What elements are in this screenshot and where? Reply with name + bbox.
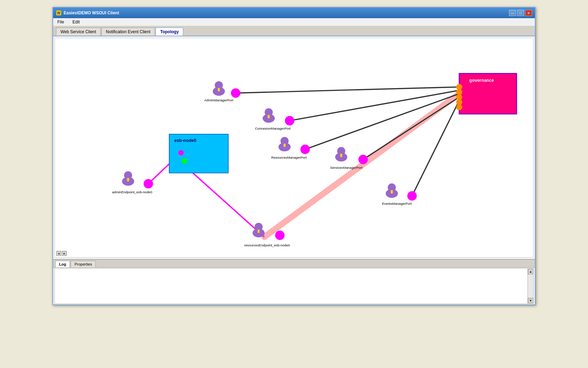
connexion-manager-port-label: ConnexionManagerPort — [255, 127, 291, 130]
resources-manager-port-dot — [300, 145, 310, 154]
governance-port-5 — [456, 104, 462, 110]
services-manager-port-group: ServicesManagerPort — [330, 147, 368, 170]
esb-node0-port-resources — [182, 158, 187, 164]
tab-log[interactable]: Log — [55, 261, 70, 267]
connexion-manager-port-group: ConnexionManagerPort — [255, 108, 294, 131]
topology-canvas[interactable]: governance esb-node0 — [55, 38, 533, 258]
svg-line-2 — [264, 94, 459, 237]
title-bar-left: W EasiestDEMO WSOUI Client — [56, 10, 119, 16]
menu-edit[interactable]: Edit — [71, 19, 81, 25]
title-bar: W EasiestDEMO WSOUI Client — □ ✕ — [53, 8, 535, 18]
maximize-button[interactable]: □ — [517, 10, 524, 16]
events-manager-port-group: EventsManagerPort — [382, 183, 417, 206]
bottom-tabs-bar: Log Properties — [53, 260, 535, 268]
title-bar-controls: — □ ✕ — [509, 10, 532, 16]
svg-rect-10 — [218, 88, 220, 92]
events-manager-port-dot — [407, 191, 417, 201]
scroll-right-button[interactable]: ► — [62, 251, 67, 256]
bottom-panel: Log Properties ▲ ▼ — [53, 259, 535, 304]
resources-manager-port-group: ResourcesManagerPort — [271, 137, 310, 160]
svg-rect-28 — [258, 230, 260, 233]
svg-line-3 — [236, 87, 459, 93]
resources-endpoint-dot — [275, 231, 285, 240]
esb-node0-port-admin — [178, 150, 184, 155]
menu-file[interactable]: File — [56, 19, 65, 25]
events-manager-port-label: EventsManagerPort — [382, 202, 412, 205]
scroll-down-button[interactable]: ▼ — [528, 298, 533, 303]
svg-rect-13 — [268, 115, 270, 118]
admin-manager-port-label: AdminManagerPort — [204, 98, 233, 102]
services-manager-port-dot — [358, 155, 368, 164]
svg-line-5 — [305, 94, 459, 149]
tab-web-service-client[interactable]: Web Service Client — [56, 28, 101, 36]
admin-manager-port-dot — [231, 88, 241, 98]
admin-endpoint-dot — [144, 179, 153, 188]
svg-line-9 — [193, 173, 264, 237]
admin-manager-port-group: AdminManagerPort — [204, 81, 240, 102]
main-window: W EasiestDEMO WSOUI Client — □ ✕ File Ed… — [52, 7, 536, 305]
admin-endpoint-group: adminEndpoint_esb-node0 — [112, 171, 153, 194]
svg-rect-16 — [284, 144, 286, 147]
svg-text:W: W — [57, 11, 60, 15]
resources-endpoint-label: resourcesEndpoint_esb-node0 — [244, 243, 290, 247]
menu-bar: File Edit — [53, 18, 535, 26]
close-button[interactable]: ✕ — [525, 10, 532, 16]
minimize-button[interactable]: — — [509, 10, 516, 16]
tab-topology[interactable]: Topology — [156, 28, 183, 36]
scroll-up-button[interactable]: ▲ — [528, 269, 533, 274]
tabs-bar: Web Service Client Notification Event Cl… — [53, 26, 535, 36]
vertical-scrollbar[interactable]: ▲ ▼ — [528, 269, 533, 303]
bottom-content-area: ▲ ▼ — [55, 268, 533, 304]
scroll-track[interactable] — [528, 274, 533, 298]
svg-rect-22 — [391, 190, 393, 194]
tab-properties[interactable]: Properties — [71, 261, 96, 267]
window-title: EasiestDEMO WSOUI Client — [64, 10, 119, 15]
main-area: governance esb-node0 — [53, 36, 535, 304]
app-icon: W — [56, 10, 62, 16]
connexion-manager-port-dot — [285, 116, 294, 125]
topology-svg: governance esb-node0 — [55, 38, 533, 257]
governance-label: governance — [469, 78, 494, 83]
scroll-left-button[interactable]: ◄ — [56, 251, 61, 256]
admin-endpoint-label: adminEndpoint_esb-node0 — [112, 190, 152, 194]
tab-notification-event-client[interactable]: Notification Event Client — [101, 28, 155, 36]
esb-node0-label: esb-node0 — [174, 138, 196, 143]
services-manager-port-label: ServicesManagerPort — [330, 166, 363, 169]
scroll-arrows: ◄ ► — [56, 251, 67, 256]
svg-rect-25 — [127, 178, 129, 181]
resources-manager-port-label: ResourcesManagerPort — [271, 156, 307, 159]
svg-rect-19 — [340, 154, 342, 157]
